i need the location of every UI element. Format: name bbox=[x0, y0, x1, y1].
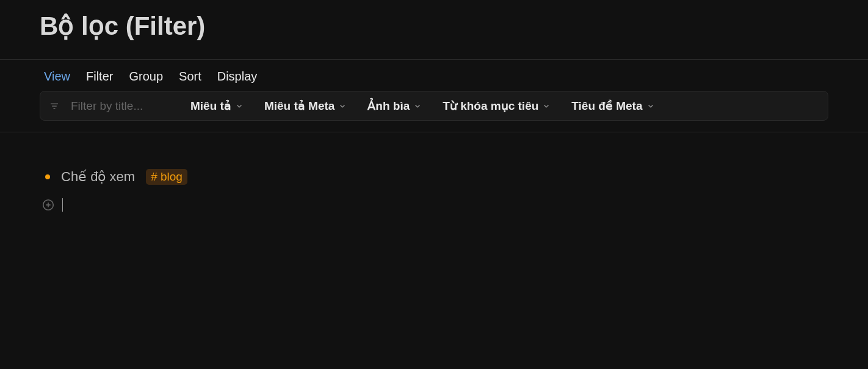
filter-chip-mieu-ta-meta[interactable]: Miêu tả Meta bbox=[259, 98, 352, 114]
chevron-down-icon bbox=[413, 102, 422, 110]
add-row bbox=[44, 198, 824, 212]
bullet-icon bbox=[45, 174, 50, 179]
chevron-down-icon bbox=[646, 102, 655, 110]
list-item[interactable]: Chế độ xem # blog bbox=[44, 169, 824, 185]
chevron-down-icon bbox=[235, 102, 244, 110]
filter-chip-label: Miêu tả bbox=[190, 99, 231, 113]
tab-filter[interactable]: Filter bbox=[86, 70, 113, 84]
filter-chip-label: Ảnh bìa bbox=[367, 99, 410, 113]
filter-chip-tieu-de-meta[interactable]: Tiêu đề Meta bbox=[566, 98, 659, 114]
filter-chip-tu-khoa[interactable]: Từ khóa mục tiêu bbox=[438, 98, 555, 114]
filter-chip-label: Miêu tả Meta bbox=[264, 99, 335, 113]
filter-bar: Miêu tả Miêu tả Meta Ảnh bìa Từ khóa mục… bbox=[40, 91, 828, 121]
chevron-down-icon bbox=[338, 102, 347, 110]
filter-icon bbox=[49, 101, 60, 112]
tab-sort[interactable]: Sort bbox=[179, 70, 201, 84]
tag-blog[interactable]: # blog bbox=[146, 169, 187, 185]
filter-chip-anh-bia[interactable]: Ảnh bìa bbox=[363, 98, 427, 114]
content-area: Chế độ xem # blog bbox=[0, 132, 868, 248]
filter-chip-label: Từ khóa mục tiêu bbox=[443, 99, 538, 113]
filter-chip-label: Tiêu đề Meta bbox=[571, 99, 642, 113]
chevron-down-icon bbox=[542, 102, 551, 110]
filter-chip-mieu-ta[interactable]: Miêu tả bbox=[186, 98, 248, 114]
header: Bộ lọc (Filter) bbox=[0, 0, 868, 60]
tag-label: # blog bbox=[151, 170, 183, 184]
text-cursor bbox=[62, 198, 63, 212]
tab-view[interactable]: View bbox=[44, 70, 70, 84]
plus-icon[interactable] bbox=[42, 198, 55, 212]
tab-group[interactable]: Group bbox=[129, 70, 163, 84]
list-item-text: Chế độ xem bbox=[61, 169, 135, 185]
tabs-row: View Filter Group Sort Display bbox=[0, 60, 868, 91]
tab-display[interactable]: Display bbox=[217, 70, 258, 84]
filter-input[interactable] bbox=[71, 99, 175, 113]
page-title: Bộ lọc (Filter) bbox=[40, 11, 828, 41]
